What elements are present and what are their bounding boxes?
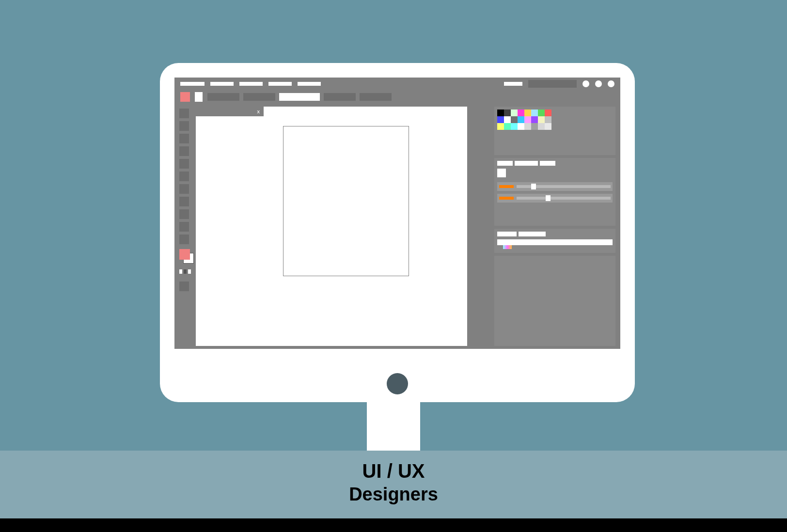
color-swatch[interactable] <box>504 116 511 123</box>
window-control-dot[interactable] <box>595 80 602 87</box>
artboard[interactable] <box>283 126 409 276</box>
mode-icon[interactable] <box>184 269 187 274</box>
panel-tab[interactable] <box>519 232 546 236</box>
search-field[interactable] <box>528 80 577 88</box>
color-swatch[interactable] <box>497 110 504 116</box>
monitor-frame: x <box>160 63 635 402</box>
caption-band: UI / UX Designers <box>0 451 787 518</box>
color-swatch[interactable] <box>531 123 538 130</box>
color-swatch[interactable] <box>518 116 524 123</box>
tool-button[interactable] <box>179 222 189 232</box>
caption-line1: UI / UX <box>0 460 787 482</box>
menu-item[interactable] <box>298 82 321 86</box>
menu-item[interactable] <box>239 82 263 86</box>
camera-dot <box>387 373 408 394</box>
menu-item[interactable] <box>268 82 292 86</box>
slider-label <box>499 185 514 188</box>
color-swatch[interactable] <box>545 116 551 123</box>
color-swatch[interactable] <box>524 110 531 116</box>
slider-row <box>497 182 613 191</box>
window-control-dot[interactable] <box>582 80 589 87</box>
tool-button[interactable] <box>179 209 189 219</box>
color-swatch[interactable] <box>518 110 524 116</box>
window-control-dot[interactable] <box>608 80 614 87</box>
tool-button[interactable] <box>179 109 189 118</box>
slider-track[interactable] <box>517 185 611 188</box>
color-swatch[interactable] <box>524 116 531 123</box>
slider-thumb[interactable] <box>546 195 551 201</box>
close-icon[interactable]: x <box>257 109 260 114</box>
menu-item-right[interactable] <box>504 82 522 86</box>
swatches-panel <box>494 107 615 155</box>
menu-item[interactable] <box>180 82 205 86</box>
monitor-neck <box>367 397 420 455</box>
panel-tab[interactable] <box>497 232 517 236</box>
panels-column <box>494 107 615 346</box>
foreground-swatch[interactable] <box>180 92 190 102</box>
option-button[interactable] <box>360 93 392 101</box>
tool-button[interactable] <box>179 146 189 156</box>
tool-palette <box>179 109 191 291</box>
color-swatch[interactable] <box>511 123 518 130</box>
color-swatch[interactable] <box>511 116 518 123</box>
mode-icon[interactable] <box>179 269 182 274</box>
gradient-bar[interactable] <box>497 239 613 245</box>
canvas-area[interactable]: x <box>196 107 467 346</box>
color-swatch[interactable] <box>511 110 518 116</box>
slider-row <box>497 194 613 203</box>
option-button[interactable] <box>279 93 320 101</box>
panel-tab[interactable] <box>540 161 555 166</box>
app-menubar <box>174 78 620 90</box>
empty-panel <box>494 256 615 346</box>
tool-button[interactable] <box>179 134 189 143</box>
slider-thumb[interactable] <box>531 184 536 189</box>
mode-icon[interactable] <box>188 269 191 274</box>
panel-tab[interactable] <box>497 161 513 166</box>
color-swatch[interactable] <box>545 110 551 116</box>
tool-button[interactable] <box>179 197 189 206</box>
color-swatch[interactable] <box>538 123 545 130</box>
color-swatch[interactable] <box>504 123 511 130</box>
option-button[interactable] <box>243 93 275 101</box>
color-swatch[interactable] <box>524 123 531 130</box>
tool-button[interactable] <box>179 184 189 194</box>
design-app-window: x <box>174 78 620 349</box>
tool-button[interactable] <box>179 235 189 244</box>
properties-panel <box>494 158 615 226</box>
gradient-panel <box>494 229 615 253</box>
color-swatch[interactable] <box>545 123 551 130</box>
footer-bar <box>0 518 787 532</box>
slider-label <box>499 197 514 200</box>
color-swatch[interactable] <box>504 110 511 116</box>
slider-track[interactable] <box>517 197 611 200</box>
fg-bg-swatch-pair[interactable] <box>179 249 194 264</box>
panel-tab[interactable] <box>515 161 538 166</box>
color-swatch[interactable] <box>497 123 504 130</box>
caption-line2: Designers <box>0 484 787 505</box>
tool-button[interactable] <box>179 172 189 181</box>
color-swatch[interactable] <box>497 116 504 123</box>
color-swatch[interactable] <box>538 116 545 123</box>
document-tab[interactable]: x <box>196 107 264 116</box>
color-swatch[interactable] <box>538 110 545 116</box>
tool-options-bar <box>174 90 620 104</box>
tool-button[interactable] <box>179 159 189 169</box>
color-swatch[interactable] <box>531 110 538 116</box>
option-button[interactable] <box>324 93 356 101</box>
menu-item[interactable] <box>210 82 234 86</box>
color-swatch[interactable] <box>518 123 524 130</box>
tool-button[interactable] <box>179 282 189 291</box>
color-swatch[interactable] <box>531 116 538 123</box>
background-swatch[interactable] <box>195 92 203 102</box>
option-button[interactable] <box>207 93 239 101</box>
tool-button[interactable] <box>179 121 189 131</box>
fill-preview-swatch[interactable] <box>497 169 506 177</box>
